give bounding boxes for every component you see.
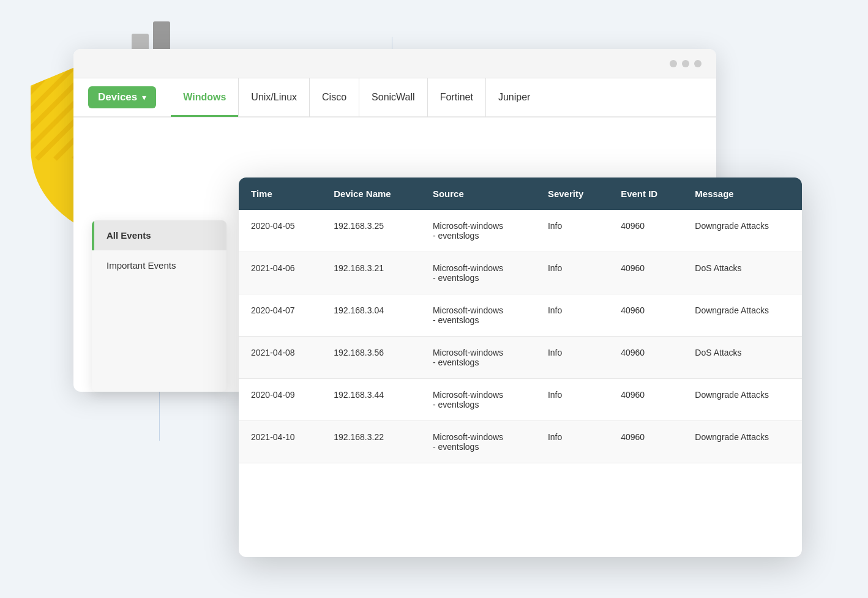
cell-event-id: 40960	[608, 337, 683, 379]
cell-message: DoS Attacks	[683, 337, 802, 379]
cell-event-id: 40960	[608, 379, 683, 421]
cell-source: Microsoft-windows- eventslogs	[421, 294, 536, 337]
devices-dropdown-label: Devices	[98, 91, 137, 103]
cell-message: DoS Attacks	[683, 252, 802, 294]
cell-event-id: 40960	[608, 421, 683, 463]
browser-dot-3	[694, 60, 702, 67]
cell-time: 2020-04-07	[239, 294, 321, 337]
browser-titlebar	[73, 49, 716, 78]
cell-device-name: 192.168.3.04	[321, 294, 421, 337]
cell-severity: Info	[536, 421, 608, 463]
sidebar-panel: All Events Important Events	[92, 220, 226, 392]
scene: Devices ▾ Windows Unix/Linux Cisco Sonic…	[0, 0, 868, 598]
browser-dot-2	[682, 60, 689, 67]
cell-time: 2021-04-10	[239, 421, 321, 463]
col-header-device-name: Device Name	[321, 178, 421, 210]
cell-source: Microsoft-windows- eventslogs	[421, 421, 536, 463]
browser-dots	[670, 60, 702, 67]
table-row[interactable]: 2020-04-05192.168.3.25Microsoft-windows-…	[239, 210, 802, 252]
tab-sonicwall[interactable]: SonicWall	[359, 78, 428, 117]
cell-source: Microsoft-windows- eventslogs	[421, 252, 536, 294]
col-header-message: Message	[683, 178, 802, 210]
col-header-event-id: Event ID	[608, 178, 683, 210]
svg-line-1	[18, 49, 73, 104]
cell-source: Microsoft-windows- eventslogs	[421, 379, 536, 421]
data-table-panel: Time Device Name Source Severity Event I…	[239, 178, 802, 557]
browser-dot-1	[670, 60, 677, 67]
cell-message: Downgrade Attacks	[683, 294, 802, 337]
svg-line-0	[18, 49, 55, 86]
tab-unix-linux[interactable]: Unix/Linux	[239, 78, 310, 117]
cell-message: Downgrade Attacks	[683, 379, 802, 421]
cell-message: Downgrade Attacks	[683, 421, 802, 463]
col-header-source: Source	[421, 178, 536, 210]
events-table: Time Device Name Source Severity Event I…	[239, 178, 802, 463]
cell-severity: Info	[536, 294, 608, 337]
table-row[interactable]: 2021-04-08192.168.3.56Microsoft-windows-…	[239, 337, 802, 379]
cell-time: 2020-04-05	[239, 210, 321, 252]
tab-bar: Devices ▾ Windows Unix/Linux Cisco Sonic…	[73, 78, 716, 118]
cell-event-id: 40960	[608, 294, 683, 337]
table-row[interactable]: 2021-04-06192.168.3.21Microsoft-windows-…	[239, 252, 802, 294]
cell-severity: Info	[536, 337, 608, 379]
table-row[interactable]: 2020-04-07192.168.3.04Microsoft-windows-…	[239, 294, 802, 337]
cell-severity: Info	[536, 210, 608, 252]
cell-message: Downgrade Attacks	[683, 210, 802, 252]
cell-device-name: 192.168.3.56	[321, 337, 421, 379]
cell-time: 2021-04-08	[239, 337, 321, 379]
cell-source: Microsoft-windows- eventslogs	[421, 210, 536, 252]
cell-time: 2020-04-09	[239, 379, 321, 421]
chevron-down-icon: ▾	[142, 92, 146, 102]
cell-device-name: 192.168.3.21	[321, 252, 421, 294]
tab-fortinet[interactable]: Fortinet	[428, 78, 486, 117]
devices-dropdown[interactable]: Devices ▾	[88, 86, 156, 108]
cell-severity: Info	[536, 252, 608, 294]
cell-source: Microsoft-windows- eventslogs	[421, 337, 536, 379]
cell-device-name: 192.168.3.22	[321, 421, 421, 463]
cell-time: 2021-04-06	[239, 252, 321, 294]
sidebar-item-important-events[interactable]: Important Events	[92, 250, 226, 280]
sidebar-item-all-events[interactable]: All Events	[92, 220, 226, 250]
tab-juniper[interactable]: Juniper	[486, 78, 542, 117]
cell-device-name: 192.168.3.25	[321, 210, 421, 252]
tab-cisco[interactable]: Cisco	[310, 78, 359, 117]
col-header-severity: Severity	[536, 178, 608, 210]
cell-event-id: 40960	[608, 252, 683, 294]
cell-severity: Info	[536, 379, 608, 421]
tab-windows[interactable]: Windows	[171, 78, 239, 117]
table-row[interactable]: 2020-04-09192.168.3.44Microsoft-windows-…	[239, 379, 802, 421]
cell-event-id: 40960	[608, 210, 683, 252]
cell-device-name: 192.168.3.44	[321, 379, 421, 421]
col-header-time: Time	[239, 178, 321, 210]
table-row[interactable]: 2021-04-10192.168.3.22Microsoft-windows-…	[239, 421, 802, 463]
table-header-row: Time Device Name Source Severity Event I…	[239, 178, 802, 210]
